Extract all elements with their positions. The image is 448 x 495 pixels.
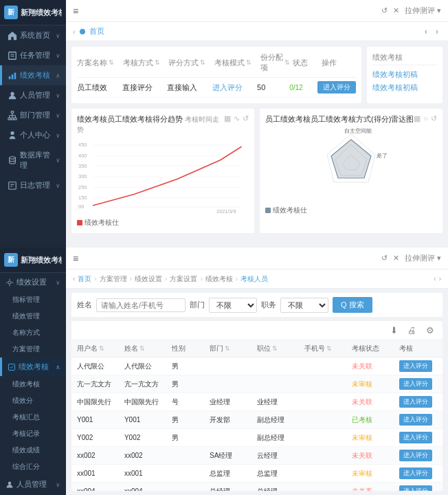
td-assess-status: 未审核 [352, 469, 399, 478]
enter-assess-button[interactable]: 进入评分 [399, 432, 432, 443]
dept-filter-select[interactable]: 不限 [209, 298, 257, 313]
chevron-icon: ∨ [56, 182, 60, 189]
td-assess-action: 进入评分 [399, 414, 437, 426]
circle-icon[interactable]: ○ [423, 114, 428, 123]
name-filter-input[interactable] [96, 298, 186, 312]
sidebar-launch-assess[interactable]: 绩效考核 [0, 376, 66, 393]
sidebar-item-dashboard[interactable]: 系统首页 ∨ [0, 25, 66, 45]
enter-assess-button[interactable]: 进入评分 [399, 450, 432, 461]
header-bar-top: ≡ ↺ ✕ 拉伸测评 ▾ [66, 0, 448, 22]
bc-assess[interactable]: 绩效考核 [205, 274, 233, 284]
enter-assess-button[interactable]: 进入评分 [399, 378, 432, 390]
chart-icon [8, 71, 17, 80]
th-action: 考核 [399, 344, 437, 353]
column-settings-icon[interactable]: ⚙ [423, 324, 437, 337]
search-button[interactable]: Q 搜索 [333, 297, 372, 313]
logo-icon: 新 [4, 6, 18, 19]
enter-assess-button[interactable]: 进入评分 [399, 360, 432, 372]
bar-icon[interactable]: ▦ [414, 114, 421, 123]
td-name: 中国限先行 [124, 397, 172, 407]
right-panel-link-1[interactable]: 绩效考核初稿 [372, 68, 437, 81]
enter-score-button[interactable]: 进入评分 [317, 81, 356, 94]
sort-position[interactable]: ⇅ [272, 345, 278, 352]
task-icon [8, 51, 17, 60]
sidebar-item-personnel[interactable]: 人员管理 ∨ [0, 85, 66, 105]
th-username: 用户名 ⇅ [77, 344, 124, 353]
sidebar-index-mgmt[interactable]: 指标管理 [0, 292, 66, 308]
refresh-icon-bottom[interactable]: ↺ [381, 254, 388, 263]
svg-text:450: 450 [78, 142, 87, 148]
td-username: Y001 [77, 416, 124, 424]
sort-icon[interactable]: ⇅ [284, 59, 290, 66]
sidebar-perf-assess[interactable]: 绩效考核 ∧ [0, 358, 66, 376]
bar-chart-icon[interactable]: ▦ [224, 114, 231, 123]
main-content-bottom: ≡ ↺ ✕ 拉伸测评 ▾ ‹ 首页 › 方案管理 › 绩效设置 › 方案设置 ›… [66, 248, 448, 495]
bc-plan-settings[interactable]: 方案设置 [170, 274, 197, 284]
svg-rect-7 [11, 111, 14, 113]
sidebar-score-method[interactable]: 名称方式 [0, 324, 66, 341]
sidebar-personnel-bottom[interactable]: 人员管理 ∨ [0, 475, 66, 494]
right-panel-link-2[interactable]: 绩效考核初稿 [372, 81, 437, 94]
sidebar-assess-summary[interactable]: 考核汇总 [0, 409, 66, 426]
sidebar-item-data[interactable]: 数据库管理 ∨ [0, 145, 66, 175]
radar-chart-toolbar: ▦ ○ ↺ [414, 114, 437, 123]
svg-rect-18 [9, 182, 16, 189]
bc-method[interactable]: 方案管理 [100, 274, 127, 284]
chevron-icon: ∨ [56, 92, 60, 99]
col-score: 份分配项 ⇅ [260, 52, 291, 73]
sort-username[interactable]: ⇅ [99, 345, 104, 352]
breadcrumb-prev[interactable]: ‹ [422, 27, 430, 36]
export-icon[interactable]: ⬇ [388, 324, 401, 337]
bc-reviewers[interactable]: 考核人员 [240, 274, 268, 284]
sidebar-method-mgmt[interactable]: 方案管理 [0, 341, 66, 358]
sidebar-item-log[interactable]: 日志管理 ∨ [0, 175, 66, 195]
breadcrumb-next[interactable]: › [433, 27, 441, 36]
radar-chart-container: 自主空间能 差了 [265, 127, 437, 203]
nav-left-arrow[interactable]: ‹ [73, 28, 76, 36]
hamburger-button[interactable]: ≡ [73, 6, 78, 16]
enter-assess-button[interactable]: 进入评分 [399, 414, 432, 426]
bc-next-bottom[interactable]: › [439, 275, 441, 283]
user-menu-bottom[interactable]: 拉伸测评 ▾ [405, 253, 441, 263]
sort-name[interactable]: ⇅ [139, 345, 145, 352]
refresh-icon[interactable]: ↺ [381, 6, 388, 15]
settings-label: 绩效设置 [16, 277, 53, 287]
refresh-chart-icon[interactable]: ↺ [243, 114, 249, 123]
radar-legend: 绩效考核仕 [265, 206, 437, 215]
sidebar-item-tasks[interactable]: 任务管理 ∨ [0, 45, 66, 65]
close-icon-bottom[interactable]: ✕ [393, 254, 399, 263]
user-menu[interactable]: 拉伸测评 ▾ [405, 6, 441, 16]
sidebar-perf-settings[interactable]: 绩效设置 ∨ [0, 273, 66, 292]
sort-icon[interactable]: ⇅ [246, 59, 251, 66]
print-icon[interactable]: 🖨 [405, 324, 419, 337]
sidebar-item-label: 日志管理 [20, 180, 50, 190]
sort-icon[interactable]: ⇅ [155, 59, 160, 66]
sort-icon[interactable]: ⇅ [200, 59, 205, 66]
td-assess-status: 未审核 [352, 433, 399, 443]
close-icon[interactable]: ✕ [393, 6, 399, 15]
bc-prev-bottom[interactable]: ‹ [434, 275, 436, 283]
sidebar-item-performance[interactable]: 绩效考核 ∧ [0, 65, 66, 85]
breadcrumb-home[interactable]: 首页 [89, 26, 104, 36]
bc-home[interactable]: 首页 [78, 274, 91, 284]
sidebar-item-personal[interactable]: 个人中心 ∨ [0, 125, 66, 145]
nav-left-arrow-bottom[interactable]: ‹ [73, 275, 75, 283]
role-filter-select[interactable]: 不限 [280, 298, 328, 313]
sidebar-score-results[interactable]: 绩效成绩 [0, 442, 66, 459]
enter-assess-button[interactable]: 进入评分 [399, 468, 432, 479]
sort-icon[interactable]: ⇅ [109, 59, 114, 66]
sort-dept[interactable]: ⇅ [225, 345, 230, 352]
bc-settings[interactable]: 绩效设置 [135, 274, 162, 284]
sidebar-item-org[interactable]: 部门管理 ∨ [0, 105, 66, 125]
enter-assess-button[interactable]: 进入评分 [399, 396, 432, 408]
line-chart-icon[interactable]: ∿ [234, 114, 240, 123]
hamburger-button-bottom[interactable]: ≡ [73, 253, 78, 264]
td-dept: 总监理 [210, 469, 257, 478]
sidebar-assess-records[interactable]: 考核记录 [0, 426, 66, 442]
enter-assess-button[interactable]: 进入评分 [399, 485, 432, 491]
refresh-icon-radar[interactable]: ↺ [431, 114, 437, 123]
sort-phone[interactable]: ⇅ [326, 345, 332, 352]
sidebar-scheme-mgmt[interactable]: 绩效管理 [0, 308, 66, 324]
sidebar-score-split[interactable]: 绩效分 [0, 393, 66, 409]
sidebar-combined-summary[interactable]: 综合汇分 [0, 459, 66, 475]
